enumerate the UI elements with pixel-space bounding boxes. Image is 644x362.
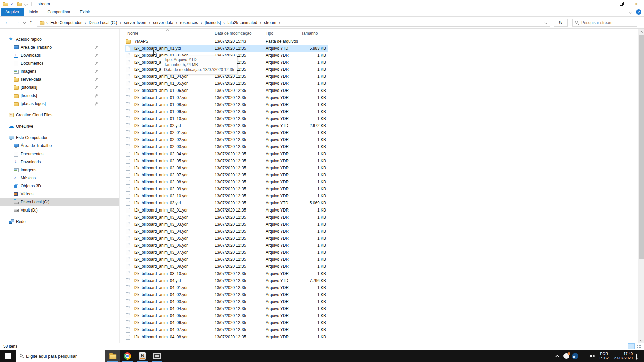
column-header-tipo[interactable]: Tipo xyxy=(266,31,273,36)
refresh-button[interactable]: ↻ xyxy=(554,19,568,27)
sidebar-item-tutoriais[interactable]: [tutoriais] xyxy=(0,83,119,92)
file-row[interactable]: l2k_billboard_anim_04_05.ydr13/07/2020 1… xyxy=(125,312,328,319)
sidebar-item-area-de-trabalho[interactable]: Área de Trabalho xyxy=(0,142,119,150)
breadcrumb-item-fixmods[interactable]: [fixmods] xyxy=(203,20,222,25)
vertical-scrollbar[interactable] xyxy=(638,29,644,343)
steam-icon[interactable] xyxy=(571,350,579,362)
file-row[interactable]: l2k_billboard_anim_01_07.ydr13/07/2020 1… xyxy=(125,94,328,101)
pin-icon[interactable] xyxy=(94,45,99,50)
breadcrumb-item-resources[interactable]: resources xyxy=(178,20,200,25)
taskbar-app-notepad[interactable] xyxy=(135,350,150,362)
pin-icon[interactable] xyxy=(94,101,99,106)
taskbar-app-chrome[interactable] xyxy=(120,350,135,362)
recent-locations-icon[interactable] xyxy=(23,21,26,24)
sidebar-item-objetos-3d[interactable]: Objetos 3D xyxy=(0,182,119,190)
file-row[interactable]: l2k_billboard_anim_01_08.ydr13/07/2020 1… xyxy=(125,101,328,108)
tray-chevron-icon[interactable] xyxy=(553,350,562,362)
taskbar-search-input[interactable] xyxy=(26,354,97,359)
breadcrumb-item-stream[interactable]: stream xyxy=(262,20,278,25)
file-row[interactable]: l2k_billboard_anim_02_01.ydr13/07/2020 1… xyxy=(125,129,328,136)
file-row[interactable]: l2k_billboard_anim_02.ytd13/07/2020 12:3… xyxy=(125,122,328,129)
sidebar-section-creative-cloud-files[interactable]: Creative Cloud Files xyxy=(0,111,119,119)
file-row[interactable]: l2k_billboard_anim_03_07.ydr13/07/2020 1… xyxy=(125,249,328,256)
breadcrumb-item-lafa2k-animated[interactable]: lafa2k_animated xyxy=(226,20,259,25)
file-row[interactable]: l2k_billboard_anim_02_02.ydr13/07/2020 1… xyxy=(125,136,328,143)
search-input[interactable] xyxy=(581,20,632,25)
file-row[interactable]: l2k_billboard_anim_02_05.ydr13/07/2020 1… xyxy=(125,157,328,164)
address-dropdown-icon[interactable] xyxy=(544,21,548,24)
file-row[interactable]: l2k_billboard_anim_04_02.ydr13/07/2020 1… xyxy=(125,291,328,298)
file-row[interactable]: l2k_billboard_anim_02_03.ydr13/07/2020 1… xyxy=(125,143,328,150)
help-icon[interactable]: ? xyxy=(636,9,641,15)
sidebar-item-documentos[interactable]: Documentos xyxy=(0,150,119,158)
file-row[interactable]: l2k_billboard_anim_03_09.ydr13/07/2020 1… xyxy=(125,263,328,270)
ribbon-collapse-icon[interactable] xyxy=(629,10,633,14)
sidebar-item-videos[interactable]: Vídeos xyxy=(0,190,119,198)
file-row[interactable]: l2k_billboard_anim_03_02.ydr13/07/2020 1… xyxy=(125,214,328,221)
tab-arquivo[interactable]: Arquivo xyxy=(1,8,24,16)
file-row[interactable]: l2k_billboard_anim_01_06.ydr13/07/2020 1… xyxy=(125,87,328,94)
pin-icon[interactable] xyxy=(94,77,99,82)
forward-button[interactable]: → xyxy=(15,19,20,25)
file-row[interactable]: l2k_billboard_anim_04_04.ydr13/07/2020 1… xyxy=(125,305,328,312)
column-header-data[interactable]: Data de modificação xyxy=(215,31,251,36)
qa-customize-icon[interactable] xyxy=(24,2,28,6)
file-row[interactable]: l2k_billboard_anim_02_06.ydr13/07/2020 1… xyxy=(125,164,328,171)
thumbnails-view-button[interactable] xyxy=(635,343,642,349)
sidebar-item-server-data[interactable]: server-data xyxy=(0,75,119,83)
discord-icon[interactable] xyxy=(562,350,571,362)
file-row[interactable]: l2k_billboard_anim_04_08.ydr13/07/2020 1… xyxy=(125,333,328,340)
pin-icon[interactable] xyxy=(94,93,99,98)
file-row[interactable]: l2k_billboard_anim_04_07.ydr13/07/2020 1… xyxy=(125,326,328,333)
pin-icon[interactable] xyxy=(94,69,99,74)
tab-inicio[interactable]: Início xyxy=(24,8,43,16)
file-row[interactable]: l2k_billboard_anim_01_10.ydr13/07/2020 1… xyxy=(125,115,328,122)
pin-icon[interactable] xyxy=(94,61,99,66)
column-header-tamanho[interactable]: Tamanho xyxy=(301,31,318,36)
file-row[interactable]: l2k_billboard_anim_04_06.ydr13/07/2020 1… xyxy=(125,319,328,326)
scroll-down-icon[interactable] xyxy=(638,337,644,343)
sidebar-item-imagens[interactable]: Imagens xyxy=(0,67,119,75)
column-divider[interactable] xyxy=(329,31,329,36)
sidebar-item-musicas[interactable]: Músicas xyxy=(0,174,119,182)
sidebar-item-disco-local-c[interactable]: Disco Local (C:) xyxy=(0,198,119,206)
up-button[interactable]: ↑ xyxy=(30,19,32,25)
qa-new-folder-icon[interactable] xyxy=(17,2,22,6)
taskbar-app-file-explorer[interactable] xyxy=(105,350,120,362)
file-row[interactable]: l2k_billboard_anim_03_03.ydr13/07/2020 1… xyxy=(125,221,328,228)
file-row[interactable]: YMAPS13/07/2020 15:43Pasta de arquivos xyxy=(125,38,328,45)
taskbar-app-capture[interactable] xyxy=(150,350,164,362)
column-divider[interactable] xyxy=(299,31,299,36)
file-row[interactable]: l2k_billboard_anim_03.ytd13/07/2020 12:3… xyxy=(125,199,328,206)
file-row[interactable]: l2k_billboard_anim_03_04.ydr13/07/2020 1… xyxy=(125,228,328,235)
clock[interactable]: 17:40 27/07/2020 xyxy=(611,352,635,360)
file-row[interactable]: l2k_billboard_anim_03_08.ydr13/07/2020 1… xyxy=(125,256,328,263)
file-row[interactable]: l2k_billboard_anim_02_08.ydr13/07/2020 1… xyxy=(125,178,328,185)
scroll-up-icon[interactable] xyxy=(638,29,644,35)
start-button[interactable] xyxy=(0,350,16,362)
file-row[interactable]: l2k_billboard_anim_01_05.ydr13/07/2020 1… xyxy=(125,80,328,87)
sidebar-item-vault-d[interactable]: Vault (D:) xyxy=(0,206,119,214)
breadcrumb-item-server-fivem[interactable]: server-fivem xyxy=(122,20,148,25)
file-row[interactable]: l2k_billboard_anim_02_07.ydr13/07/2020 1… xyxy=(125,171,328,178)
sidebar-item-downloads[interactable]: Downloads xyxy=(0,51,119,59)
sidebar-item-placas-logos[interactable]: [placas-logos] xyxy=(0,100,119,108)
pin-icon[interactable] xyxy=(94,85,99,90)
sidebar-section-rede[interactable]: Rede xyxy=(0,218,119,226)
file-row[interactable]: l2k_billboard_anim_03_10.ydr13/07/2020 1… xyxy=(125,270,328,277)
sidebar-section-acesso-rapido[interactable]: Acesso rápido xyxy=(0,35,119,43)
sidebar-item-downloads[interactable]: Downloads xyxy=(0,158,119,166)
breadcrumb-item-este-computador[interactable]: Este Computador xyxy=(49,20,83,25)
file-row[interactable]: l2k_billboard_anim_04_03.ydr13/07/2020 1… xyxy=(125,298,328,305)
qa-properties-icon[interactable]: ✓ xyxy=(11,2,14,6)
volume-icon[interactable] xyxy=(588,350,597,362)
column-divider[interactable] xyxy=(263,31,263,36)
sidebar-section-onedrive[interactable]: OneDrive xyxy=(0,122,119,130)
column-divider[interactable] xyxy=(212,31,212,36)
details-view-button[interactable] xyxy=(628,343,635,349)
breadcrumb[interactable]: › Este Computador›Disco Local (C:)›serve… xyxy=(37,19,550,27)
file-row[interactable]: l2k_billboard_anim_04.ytd13/07/2020 12:3… xyxy=(125,277,328,284)
file-row[interactable]: l2k_billboard_anim_01_09.ydr13/07/2020 1… xyxy=(125,108,328,115)
column-header-nome[interactable]: Nome xyxy=(127,31,138,36)
file-row[interactable]: l2k_billboard_anim_03_01.ydr13/07/2020 1… xyxy=(125,206,328,214)
